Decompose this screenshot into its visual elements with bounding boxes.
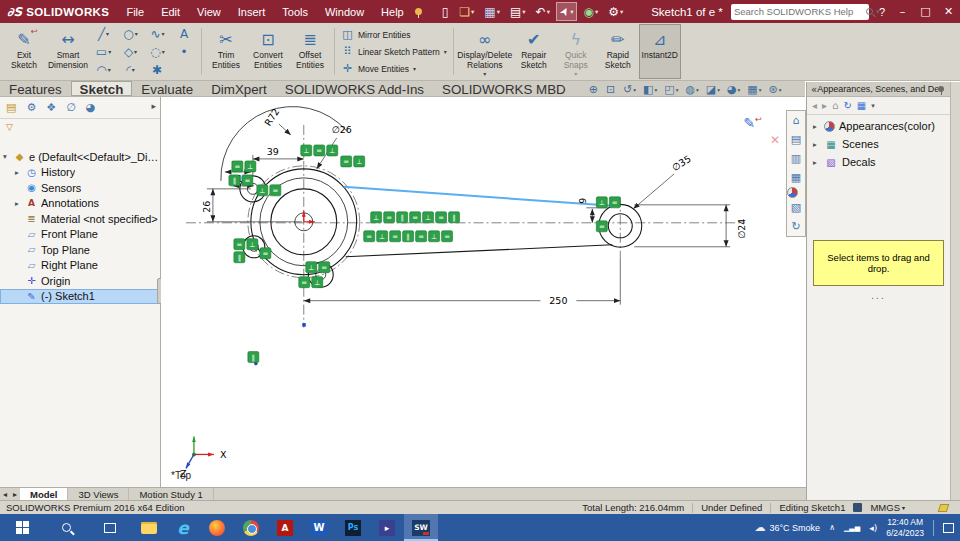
view-orientation-icon[interactable]: ◰▾ <box>664 83 678 96</box>
dimension-label[interactable]: 9 <box>577 198 588 204</box>
relation-badge[interactable]: ∥ <box>229 175 240 186</box>
photoshop-app[interactable]: Ps <box>336 514 370 541</box>
tree-item[interactable]: ▱ Top Plane <box>0 242 160 258</box>
relation-badge[interactable]: = <box>234 239 245 250</box>
rebuild-button[interactable]: ◉▾ <box>579 2 602 21</box>
relation-badge[interactable]: ⊥ <box>377 231 388 242</box>
relation-badge[interactable]: ⊥ <box>245 161 256 172</box>
dimension-label[interactable]: R72 <box>262 106 281 128</box>
command-tab[interactable]: Sketch <box>71 81 133 96</box>
relation-badge[interactable]: = <box>596 221 607 232</box>
refresh-icon[interactable]: ↻ <box>843 100 851 111</box>
relation-badge[interactable]: = <box>242 175 253 186</box>
dimension-label[interactable]: 250 <box>549 295 567 306</box>
file-explorer-app[interactable] <box>132 514 166 541</box>
document-recovery-icon[interactable]: ↻ <box>787 217 805 236</box>
select-button[interactable]: ➤▾ <box>556 2 577 21</box>
new-document-button[interactable]: ▯ <box>438 2 454 21</box>
text-tool[interactable]: A <box>171 25 198 43</box>
sketch-origin[interactable] <box>304 211 315 222</box>
relation-badge[interactable]: ∥ <box>234 252 245 263</box>
units-selector[interactable]: MMGS ▾ <box>870 502 905 513</box>
offset-entities-button[interactable]: ≣ Offset Entities <box>289 24 331 79</box>
point-tool[interactable]: • <box>171 43 198 61</box>
menu-item[interactable]: Edit <box>160 4 181 20</box>
display-style-icon[interactable]: ◍▾ <box>685 83 698 96</box>
section-view-icon[interactable]: ◧▾ <box>643 83 657 96</box>
dropdown-icon[interactable]: ▾ <box>871 102 875 110</box>
custom-properties-icon[interactable]: ▧ <box>787 198 805 217</box>
task-pane-tree-item[interactable]: ▸ ▦ Scenes <box>807 135 960 153</box>
word-app[interactable]: W <box>302 514 336 541</box>
relation-badge[interactable]: ⊥ <box>327 145 338 156</box>
clock-widget[interactable]: 12:40 AM 6/24/2023 <box>886 517 924 538</box>
relation-badge[interactable]: = <box>384 212 395 223</box>
line-tool[interactable]: ╱▾ <box>90 25 117 43</box>
relation-badge[interactable]: ⊥ <box>354 156 365 167</box>
task-pane-tree-item[interactable]: ▸ Appearances(color) <box>807 117 960 135</box>
confirmation-corner-exit-sketch[interactable]: ✎↩ <box>744 115 762 131</box>
menu-pin-icon[interactable] <box>415 8 422 15</box>
action-center-button[interactable] <box>943 523 957 533</box>
hide-show-items-icon[interactable]: ◪▾ <box>706 83 720 96</box>
relation-badge[interactable]: ⊥ <box>429 231 440 242</box>
relation-badge[interactable]: = <box>319 262 330 273</box>
quick-snaps-button[interactable]: ϟ Quick Snaps ▾ <box>555 24 597 79</box>
previous-view-icon[interactable]: ↺▾ <box>623 83 636 96</box>
command-tab[interactable]: Evaluate <box>132 81 202 96</box>
expand-chevron-icon[interactable]: ▸ <box>15 168 25 177</box>
command-tab[interactable]: SOLIDWORKS MBD <box>433 81 575 96</box>
weather-widget[interactable]: ☁ 36°C Smoke <box>755 521 821 534</box>
selected-link-line[interactable] <box>344 187 613 206</box>
task-view-button[interactable] <box>88 514 132 541</box>
appearances-icon[interactable] <box>787 187 798 198</box>
relation-badge[interactable]: ⊥ <box>257 185 268 196</box>
relation-badge[interactable]: = <box>232 161 243 172</box>
hidden-icons-button[interactable]: ∧ <box>829 523 835 532</box>
relation-badge[interactable]: ⊥ <box>306 262 317 273</box>
arc-tool[interactable]: ◜▾ <box>117 61 144 79</box>
close-button[interactable]: ✕ <box>937 0 960 23</box>
repair-sketch-button[interactable]: ✔ Repair Sketch <box>513 24 555 79</box>
flyout-arrow-icon[interactable]: ▸ <box>151 101 156 111</box>
smart-dimension-button[interactable]: ↔ Smart Dimension <box>46 24 90 79</box>
task-pane-tree-item[interactable]: ▸ ▧ Decals <box>807 153 960 171</box>
move-entities-button[interactable]: ✛ Move Entities ▾ <box>338 61 450 76</box>
adobe-reader-app[interactable]: A <box>268 514 302 541</box>
firefox-app[interactable] <box>200 514 234 541</box>
dimension-label[interactable]: ∅24 <box>736 219 747 239</box>
displaymanager-tab[interactable]: ◕ <box>86 101 96 114</box>
menu-item[interactable]: Help <box>380 4 405 20</box>
tab-scroll-right-icon[interactable]: ▸ <box>10 490 20 499</box>
maximize-button[interactable]: □ <box>914 0 937 23</box>
help-search-box[interactable]: ▾ <box>731 4 869 20</box>
relation-badge[interactable]: = <box>299 277 310 288</box>
tree-item[interactable]: ◉ Sensors <box>0 180 160 196</box>
configurationmanager-tab[interactable]: ❖ <box>46 101 56 114</box>
print-button[interactable]: ▤▾ <box>506 2 530 21</box>
menu-item[interactable]: Tools <box>281 4 309 20</box>
command-tab[interactable]: DimXpert <box>202 81 276 96</box>
link-line[interactable] <box>346 245 613 257</box>
dimension-label[interactable]: 39 <box>267 146 279 157</box>
solidworks-app[interactable]: SW <box>404 514 438 541</box>
file-explorer-icon[interactable]: ▥ <box>787 149 805 168</box>
linear-sketch-pattern-button[interactable]: ⠿ Linear Sketch Pattern ▾ <box>338 44 450 59</box>
relation-badge[interactable]: = <box>390 231 401 242</box>
save-button[interactable]: ▦▾ <box>480 2 504 21</box>
tree-item[interactable]: ✛ Origin <box>0 273 160 289</box>
spline-tool[interactable]: ∿▾ <box>144 25 171 43</box>
trim-entities-button[interactable]: ✂ Trim Entities <box>205 24 247 79</box>
tree-item[interactable]: ▸ ◷ History <box>0 165 160 181</box>
chrome-app[interactable] <box>234 514 268 541</box>
ellipse-tool[interactable]: ◌▾ <box>144 43 171 61</box>
home-icon[interactable]: ⌂ <box>832 100 838 111</box>
rapid-sketch-button[interactable]: ✏ Rapid Sketch <box>597 24 639 79</box>
tree-item[interactable]: ▸ A Annotations <box>0 196 160 212</box>
expand-chevron-icon[interactable]: ▾ <box>3 152 13 161</box>
start-button[interactable] <box>0 514 44 541</box>
taskbar-search-button[interactable] <box>44 514 88 541</box>
forward-icon[interactable]: ▸ <box>822 100 827 111</box>
view-palette-icon[interactable]: ▦ <box>787 168 805 187</box>
featuremanager-tab[interactable]: ▤ <box>6 101 16 114</box>
